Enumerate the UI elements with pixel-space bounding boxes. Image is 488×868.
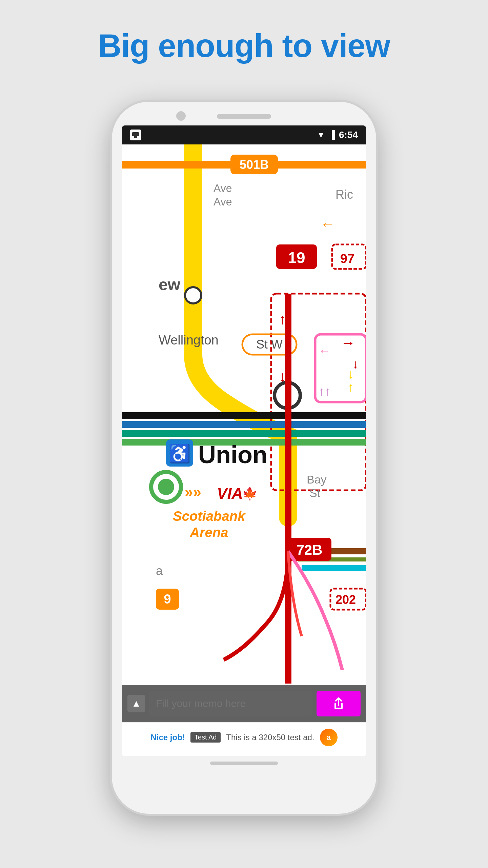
- battery-icon: ▐: [329, 130, 335, 140]
- svg-text:←: ←: [319, 343, 331, 357]
- svg-text:Union: Union: [198, 441, 267, 468]
- phone-wrapper: ▼ ▐ 6:54 501B: [102, 85, 386, 831]
- status-bar-right: ▼ ▐ 6:54: [317, 130, 358, 140]
- svg-text:»»: »»: [185, 484, 201, 500]
- map-area[interactable]: 501B Ave Ave Ric ← 19 97 ew: [122, 144, 366, 685]
- svg-text:72B: 72B: [296, 542, 322, 558]
- svg-text:↑↑: ↑↑: [319, 384, 331, 398]
- svg-text:Scotiabank: Scotiabank: [173, 509, 246, 524]
- ad-label-badge: Test Ad: [190, 732, 221, 743]
- svg-text:Wellington: Wellington: [159, 333, 219, 347]
- svg-text:ew: ew: [159, 276, 181, 294]
- svg-rect-1: [134, 136, 137, 138]
- status-time: 6:54: [339, 130, 358, 140]
- svg-text:9: 9: [164, 592, 171, 606]
- page-title: Big enough to view: [98, 27, 390, 64]
- wifi-icon: ▼: [317, 130, 325, 140]
- svg-text:501B: 501B: [240, 158, 269, 172]
- svg-text:Ave: Ave: [214, 196, 232, 208]
- svg-text:VIA: VIA: [217, 485, 243, 502]
- notification-icon: [130, 130, 141, 140]
- phone-outer: ▼ ▐ 6:54 501B: [112, 102, 376, 814]
- ad-bar: Nice job! Test Ad This is a 320x50 test …: [122, 722, 366, 752]
- phone-camera: [176, 111, 186, 121]
- svg-text:🍁: 🍁: [242, 486, 258, 501]
- phone-speaker: [217, 114, 271, 119]
- svg-text:St: St: [309, 487, 321, 499]
- ad-logo: a: [320, 729, 338, 746]
- svg-text:↑: ↑: [347, 380, 354, 395]
- svg-text:♿: ♿: [169, 443, 191, 464]
- memo-bar: ▲: [122, 685, 366, 722]
- svg-text:Bay: Bay: [307, 473, 327, 486]
- ad-logo-letter: a: [326, 733, 330, 742]
- svg-point-15: [185, 287, 201, 303]
- ad-nice-job: Nice job!: [150, 733, 185, 742]
- status-bar-left: [130, 130, 141, 140]
- svg-text:↓: ↓: [347, 366, 354, 381]
- svg-text:19: 19: [288, 249, 305, 267]
- svg-text:St W: St W: [256, 337, 283, 351]
- memo-chevron-button[interactable]: ▲: [127, 695, 145, 712]
- svg-text:Ric: Ric: [336, 188, 353, 201]
- svg-text:a: a: [156, 564, 163, 578]
- status-bar: ▼ ▐ 6:54: [122, 125, 366, 144]
- svg-text:Ave: Ave: [214, 182, 232, 194]
- phone-screen: ▼ ▐ 6:54 501B: [122, 125, 366, 756]
- share-icon: [331, 696, 346, 711]
- svg-text:←: ←: [320, 216, 335, 232]
- chevron-up-icon: ▲: [131, 698, 141, 709]
- share-button[interactable]: [317, 691, 361, 716]
- phone-home-bar: [210, 762, 278, 765]
- memo-input[interactable]: [149, 691, 312, 716]
- svg-text:→: →: [341, 334, 355, 351]
- svg-rect-0: [132, 132, 139, 136]
- svg-text:Arena: Arena: [189, 525, 228, 540]
- svg-point-39: [158, 479, 174, 495]
- svg-text:202: 202: [336, 593, 356, 607]
- svg-text:97: 97: [340, 252, 354, 266]
- ad-description: This is a 320x50 test ad.: [226, 733, 314, 742]
